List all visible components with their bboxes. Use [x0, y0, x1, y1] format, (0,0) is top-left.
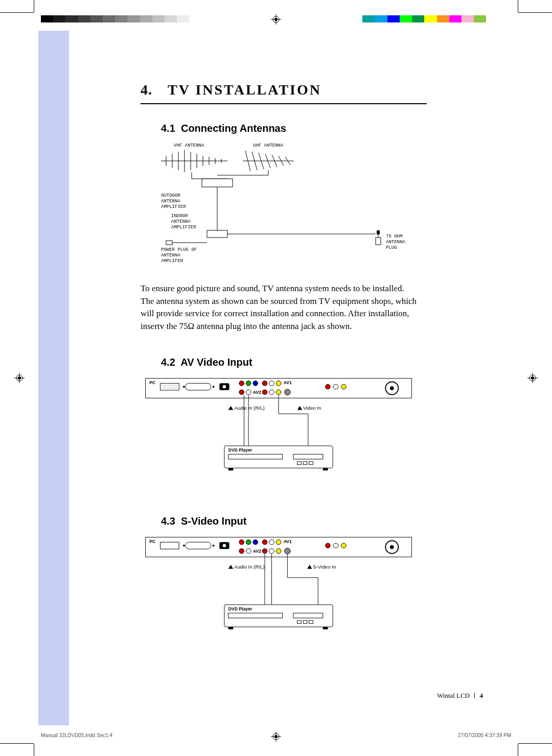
svg-rect-42 [207, 230, 227, 238]
video-in-label: Video In [303, 405, 321, 411]
page-footer: Wintal LCD 4 [437, 692, 483, 700]
svg-point-53 [166, 385, 166, 385]
svg-point-117 [239, 549, 244, 554]
svg-point-88 [333, 384, 338, 389]
svg-point-91 [390, 386, 394, 390]
svg-point-80 [276, 381, 281, 386]
dvd-label: DVD Player [228, 606, 252, 611]
svg-point-108 [213, 545, 215, 547]
svg-point-122 [285, 548, 291, 554]
svg-point-113 [253, 539, 258, 545]
registration-mark-icon [271, 14, 281, 25]
svg-point-82 [246, 389, 251, 394]
svg-point-57 [171, 385, 172, 385]
svg-point-123 [326, 543, 331, 548]
svg-rect-137 [303, 620, 307, 623]
svg-rect-48 [377, 230, 380, 234]
registration-mark-icon [527, 373, 538, 383]
svg-point-112 [246, 539, 251, 545]
svg-point-60 [176, 385, 176, 385]
svg-point-85 [276, 389, 281, 394]
outdoor-amp-label: OUTDOORANTENNAAMPLIFIER [161, 193, 186, 209]
svg-point-64 [167, 387, 167, 388]
svg-point-116 [276, 539, 281, 545]
svg-point-70 [176, 387, 176, 388]
svg-point-71 [183, 386, 185, 388]
av2-label: AV2 [253, 389, 261, 394]
footer-page-number: 4 [480, 692, 484, 699]
svg-point-52 [164, 385, 165, 385]
svg-point-89 [341, 384, 346, 389]
section-number: 4.1 [161, 123, 175, 134]
svg-rect-46 [376, 238, 381, 245]
svg-point-107 [183, 545, 185, 547]
svg-rect-135 [293, 613, 323, 618]
antenna-diagram: VHF ANTENNA UHF ANTENNA OUTDOO [141, 140, 417, 273]
svg-point-67 [171, 387, 172, 388]
svg-point-121 [276, 549, 281, 554]
svg-rect-134 [228, 613, 283, 618]
audio-in-label: Audio In (R/L) [234, 564, 264, 570]
av1-label: AV1 [284, 539, 292, 544]
svg-rect-139 [228, 627, 234, 629]
svg-rect-39 [202, 179, 233, 187]
svg-point-54 [167, 385, 167, 385]
svg-point-69 [174, 387, 175, 388]
av2-label: AV2 [253, 548, 261, 553]
av1-label: AV1 [284, 380, 292, 385]
svg-rect-100 [297, 461, 302, 464]
svg-point-110 [222, 544, 226, 548]
margin-stripe [38, 31, 69, 725]
svg-rect-44 [166, 241, 172, 245]
svg-point-72 [213, 386, 215, 388]
svg-point-86 [285, 389, 291, 395]
pc-label: PC [149, 539, 156, 544]
svg-point-114 [262, 539, 267, 545]
audio-in-label: Audio In (R/L) [234, 405, 264, 411]
svg-point-81 [239, 389, 244, 394]
section-title: Connecting Antennas [181, 123, 286, 134]
svg-rect-50 [160, 383, 179, 390]
footer-brand: Wintal LCD [437, 692, 470, 699]
power-plug-label: POWER PLUG OFANTENNAAMPLIFER [161, 247, 197, 264]
plug-label: 75 OHMANTENNAPLUG [386, 234, 405, 250]
svg-point-79 [269, 381, 274, 386]
antenna-paragraph: To ensure good picture and sound, TV ant… [141, 282, 417, 333]
svg-rect-140 [323, 627, 328, 629]
svg-point-68 [173, 387, 173, 388]
svg-rect-101 [303, 461, 307, 464]
svg-rect-103 [228, 468, 234, 470]
svg-point-62 [164, 387, 165, 388]
vhf-label: VHF ANTENNA [174, 143, 204, 148]
svg-rect-102 [309, 461, 313, 464]
section-number: 4.2 [161, 357, 175, 368]
slug-file: Manual 32LDVD05.indd Sec1:4 [41, 733, 112, 738]
svg-point-58 [173, 385, 173, 385]
svg-point-118 [246, 549, 251, 554]
svg-point-115 [269, 539, 274, 545]
svg-point-65 [168, 387, 169, 388]
dvd-label: DVD Player [228, 447, 252, 453]
svg-point-66 [170, 387, 170, 388]
svg-point-127 [390, 545, 394, 549]
uhf-label: UHF ANTENNA [253, 143, 284, 148]
svg-point-61 [163, 387, 163, 388]
chapter-number: 4. [141, 82, 152, 98]
svg-rect-104 [323, 468, 328, 470]
svg-point-51 [163, 385, 163, 385]
chapter-title: TV INSTALLATION [168, 82, 321, 98]
section-title: S-Video Input [181, 515, 247, 527]
pc-label: PC [149, 380, 156, 385]
svg-point-125 [341, 543, 346, 548]
svg-point-75 [239, 381, 244, 386]
svg-point-63 [166, 387, 166, 388]
svg-point-74 [222, 385, 226, 389]
svg-point-55 [168, 385, 169, 385]
svg-point-111 [239, 539, 244, 545]
slug-timestamp: 27/07/2005 4:37:39 PM [458, 733, 511, 738]
svg-point-87 [326, 384, 331, 389]
indoor-amp-label: INDOORANTENNAAMPLIFIER [171, 214, 196, 230]
svideo-input-diagram: PC AV1 AV2 [141, 533, 417, 642]
svg-rect-106 [160, 542, 179, 549]
svg-point-59 [174, 385, 175, 385]
